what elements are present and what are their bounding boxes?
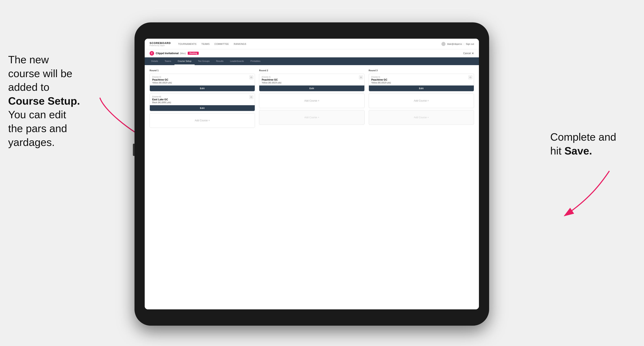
tablet-side-button bbox=[133, 144, 134, 156]
round3-course-a-label: (Course A) bbox=[371, 76, 472, 78]
round1-course-a-label: (Course A) bbox=[152, 76, 252, 78]
round1-add-course-btn[interactable]: Add Course + bbox=[150, 113, 255, 128]
tab-details[interactable]: Details bbox=[148, 57, 162, 65]
user-email: blair@clippd.io bbox=[447, 43, 462, 45]
round3-course-a-header: (Course A) Peachtree GC Yellow (M) (6629… bbox=[369, 74, 474, 85]
round2-course-a-name: Peachtree GC bbox=[262, 78, 362, 81]
round-2-column: Round 2 (Course A) Peachtree GC Yellow (… bbox=[259, 69, 364, 130]
tournament-gender: (Men) bbox=[180, 52, 186, 54]
round-3-column: Round 3 (Course A) Peachtree GC Yellow (… bbox=[369, 69, 474, 130]
tournament-logo: C bbox=[150, 51, 154, 56]
round1-course-a-delete[interactable]: ⊟ bbox=[250, 75, 253, 79]
tablet-screen: SCOREBOARD Powered by clippd TOURNAMENTS… bbox=[145, 39, 479, 309]
nav-link-tournaments[interactable]: TOURNAMENTS bbox=[178, 42, 196, 46]
round1-course-b-label: (Course B) bbox=[152, 96, 252, 98]
tab-teams[interactable]: Teams bbox=[162, 57, 174, 65]
round3-add-course-disabled: Add Course + bbox=[369, 110, 474, 125]
round1-course-b-name: East Lake GC bbox=[152, 98, 252, 101]
top-nav: SCOREBOARD Powered by clippd TOURNAMENTS… bbox=[145, 39, 479, 49]
round2-course-a-header: (Course A) Peachtree GC Yellow (M) (6629… bbox=[259, 74, 364, 85]
round3-add-course-btn[interactable]: Add Course + bbox=[369, 93, 474, 108]
nav-link-committee[interactable]: COMMITTEE bbox=[214, 42, 229, 46]
round1-course-a-details: Yellow (M) (6629 yds) bbox=[152, 82, 252, 84]
round2-course-a-edit-btn[interactable]: Edit bbox=[259, 85, 364, 91]
round-3-label: Round 3 bbox=[369, 69, 474, 72]
annotation-right: Complete and hit Save. bbox=[550, 130, 632, 158]
round2-course-a-delete[interactable]: ⊟ bbox=[359, 75, 363, 79]
round1-course-b-details: Black (M) (6891 yds) bbox=[152, 101, 252, 104]
tab-results[interactable]: Results bbox=[213, 57, 227, 65]
main-content: Round 1 (Course A) Peachtree GC Yellow (… bbox=[145, 65, 479, 309]
round-1-column: Round 1 (Course A) Peachtree GC Yellow (… bbox=[150, 69, 255, 130]
round1-course-b-edit-btn[interactable]: Edit bbox=[150, 105, 255, 111]
tournament-name: Clippd Invitational bbox=[156, 52, 179, 55]
tab-leaderboards[interactable]: Leaderboards bbox=[227, 57, 247, 65]
round1-course-a-header: (Course A) Peachtree GC Yellow (M) (6629… bbox=[150, 74, 255, 85]
round-2-label: Round 2 bbox=[259, 69, 364, 72]
tab-tee-groups[interactable]: Tee Groups bbox=[195, 57, 213, 65]
nav-links: TOURNAMENTS TEAMS COMMITTEE RANKINGS bbox=[178, 42, 436, 46]
arrow-right-svg bbox=[552, 167, 622, 220]
round2-add-course-disabled: Add Course + bbox=[259, 110, 364, 125]
round3-course-a-name: Peachtree GC bbox=[371, 78, 472, 81]
round1-course-a-card: (Course A) Peachtree GC Yellow (M) (6629… bbox=[150, 74, 255, 91]
round2-course-a-details: Yellow (M) (6629 yds) bbox=[262, 82, 362, 84]
round2-course-a-label: (Course A) bbox=[262, 76, 362, 78]
rounds-grid: Round 1 (Course A) Peachtree GC Yellow (… bbox=[150, 69, 474, 130]
brand-subtitle: Powered by clippd bbox=[150, 45, 171, 46]
brand-title: SCOREBOARD bbox=[150, 41, 171, 45]
round1-course-b-header: (Course B) East Lake GC Black (M) (6891 … bbox=[150, 94, 255, 105]
tab-printables[interactable]: Printables bbox=[247, 57, 264, 65]
sign-out-link[interactable]: Sign out bbox=[466, 43, 474, 45]
user-avatar bbox=[442, 42, 446, 46]
tournament-bar: C Clippd Invitational (Men) Hosting Canc… bbox=[145, 49, 479, 57]
user-area: blair@clippd.io | Sign out bbox=[442, 42, 474, 46]
sub-nav: Details Teams Course Setup Tee Groups Re… bbox=[145, 57, 479, 65]
round1-course-b-card: (Course B) East Lake GC Black (M) (6891 … bbox=[150, 93, 255, 111]
round2-course-a-card: (Course A) Peachtree GC Yellow (M) (6629… bbox=[259, 74, 364, 91]
brand-logo: SCOREBOARD Powered by clippd bbox=[150, 41, 171, 46]
round2-add-course-btn[interactable]: Add Course + bbox=[259, 93, 364, 108]
nav-link-rankings[interactable]: RANKINGS bbox=[234, 42, 246, 46]
round3-course-a-edit-btn[interactable]: Edit bbox=[369, 85, 474, 91]
round3-course-a-card: (Course A) Peachtree GC Yellow (M) (6629… bbox=[369, 74, 474, 91]
nav-link-teams[interactable]: TEAMS bbox=[201, 42, 210, 46]
cancel-button[interactable]: Cancel ✕ bbox=[463, 52, 474, 55]
hosting-badge: Hosting bbox=[188, 52, 198, 55]
round-1-label: Round 1 bbox=[150, 69, 255, 72]
round3-course-a-details: Yellow (M) (6629 yds) bbox=[371, 82, 472, 84]
round1-course-a-edit-btn[interactable]: Edit bbox=[150, 85, 255, 91]
round1-course-a-name: Peachtree GC bbox=[152, 78, 252, 81]
tab-course-setup[interactable]: Course Setup bbox=[174, 57, 195, 65]
tablet-frame: SCOREBOARD Powered by clippd TOURNAMENTS… bbox=[134, 22, 489, 326]
round1-course-b-delete[interactable]: ⊟ bbox=[250, 95, 253, 99]
round3-course-a-delete[interactable]: ⊟ bbox=[468, 75, 472, 79]
